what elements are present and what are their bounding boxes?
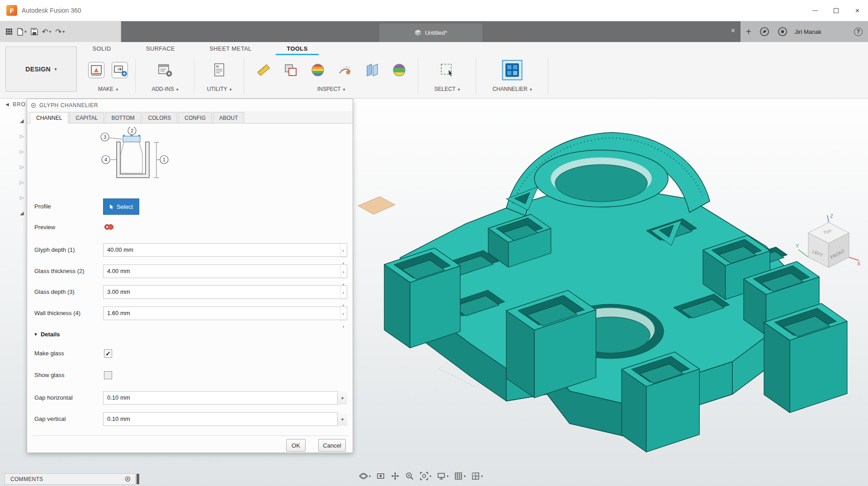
undo-icon: ↶ — [42, 28, 48, 36]
zebra-analysis-icon[interactable] — [310, 62, 326, 78]
3d-print-icon[interactable] — [88, 61, 105, 79]
tab-solid[interactable]: SOLID — [81, 42, 122, 55]
group-label-make[interactable]: MAKE ▾ — [80, 86, 136, 92]
utility-form-icon[interactable] — [211, 62, 227, 78]
dialog-tab-channel[interactable]: CHANNEL — [30, 112, 68, 123]
comments-resize-handle[interactable] — [137, 474, 139, 484]
app-grid-button[interactable] — [5, 28, 13, 35]
measure-icon[interactable] — [256, 62, 271, 78]
curvature-comb-icon[interactable] — [337, 62, 353, 78]
channelier-addin-icon[interactable] — [502, 60, 523, 80]
make-export-icon[interactable] — [111, 61, 128, 79]
group-label-channelier[interactable]: CHANNELIER ▾ — [476, 86, 548, 92]
group-label-select[interactable]: SELECT ▾ — [418, 86, 476, 92]
redo-button[interactable]: ↷▾ — [55, 28, 65, 36]
dialog-footer-divider — [32, 435, 348, 436]
view-cube[interactable]: TOP LEFT FRONT Y X Z — [795, 212, 863, 280]
comments-label: COMMENTS — [10, 476, 43, 482]
extensions-icon[interactable] — [760, 27, 769, 37]
3d-channel-letters-model[interactable] — [357, 115, 848, 477]
ribbon-group-make: MAKE ▾ — [80, 56, 136, 97]
draft-analysis-icon[interactable] — [392, 62, 407, 78]
dialog-tab-about[interactable]: ABOUT — [213, 112, 244, 123]
browser-node-icon[interactable]: ▷ — [20, 180, 24, 185]
workspace-selector[interactable]: DESIGN ▾ — [5, 47, 77, 92]
section-analysis-icon[interactable] — [364, 62, 380, 78]
tab-sheet-metal[interactable]: SHEET METAL — [199, 42, 262, 55]
gap-horizontal-combo[interactable]: 0.10 mm ▾ — [103, 391, 347, 405]
dialog-tab-capital[interactable]: CAPITAL — [69, 112, 104, 123]
addins-caret-icon: ▾ — [176, 87, 179, 92]
comments-pin-icon[interactable] — [125, 476, 131, 482]
glass-thickness-input[interactable]: 4.00 mm ▴▾ — [103, 264, 347, 278]
tab-tools[interactable]: TOOLS — [276, 42, 319, 55]
ribbon: DESIGN ▾ SOLID SURFACE SHEET METAL TOOLS — [0, 42, 868, 99]
browser-panel-header[interactable]: ◄ BRO — [5, 101, 26, 108]
glass-depth-spinner[interactable]: ▴▾ — [340, 286, 346, 298]
dialog-tab-bottom[interactable]: BOTTOM — [105, 112, 141, 123]
group-label-utility[interactable]: UTILITY ▾ — [194, 86, 244, 92]
interference-icon[interactable] — [283, 62, 298, 78]
glyph-depth-row: Glyph depth (1) 40.00 mm ▴▾ — [27, 243, 353, 257]
new-document-tab-button[interactable]: + — [746, 27, 751, 37]
viewports-button[interactable]: ▾ — [468, 470, 486, 482]
user-name[interactable]: Jiri Manak — [795, 28, 821, 35]
show-glass-checkbox[interactable]: ✓ — [104, 371, 112, 379]
notifications-icon[interactable] — [778, 27, 788, 37]
minimize-button[interactable] — [804, 0, 826, 21]
dialog-header[interactable]: GLYPH CHANNELIER — [27, 99, 353, 111]
dialog-body: 2 3 4 1 Profile Select — [27, 123, 353, 453]
y-axis-label: Y — [796, 243, 799, 249]
browser-node-icon[interactable]: ▷ — [20, 149, 24, 154]
group-label-addins[interactable]: ADD-INS ▾ — [136, 86, 194, 92]
save-button[interactable] — [31, 28, 38, 35]
look-at-button[interactable] — [373, 470, 388, 482]
comments-panel[interactable]: COMMENTS — [5, 473, 136, 485]
grid-settings-button[interactable]: ▾ — [451, 470, 468, 482]
wall-thickness-spinner[interactable]: ▴▾ — [340, 307, 346, 319]
tab-surface[interactable]: SURFACE — [136, 42, 185, 55]
pan-button[interactable] — [388, 470, 402, 482]
x-axis — [849, 257, 859, 260]
gap-vertical-dropdown-icon[interactable]: ▾ — [337, 412, 347, 426]
browser-node-icon[interactable]: ▷ — [20, 195, 24, 200]
browser-node-expanded-icon[interactable]: ◢ — [20, 118, 24, 123]
preview-error-icon[interactable] — [104, 224, 114, 230]
details-section-toggle[interactable]: ▼ Details — [33, 328, 60, 340]
close-button[interactable]: × — [847, 0, 868, 21]
browser-node-icon[interactable]: ▷ — [20, 134, 24, 139]
gap-horizontal-row: Gap horizontal 0.10 mm ▾ — [27, 391, 353, 405]
glyph-depth-spinner[interactable]: ▴▾ — [340, 244, 346, 256]
fit-button[interactable]: ▾ — [417, 470, 434, 482]
profile-label: Profile — [34, 198, 51, 215]
new-file-button[interactable]: ▾ — [17, 28, 27, 36]
profile-select-button[interactable]: Select — [103, 198, 139, 215]
group-label-inspect[interactable]: INSPECT ▾ — [244, 86, 418, 92]
ok-button[interactable]: OK — [286, 439, 306, 452]
browser-node-icon[interactable]: ▷ — [20, 165, 24, 170]
undo-button[interactable]: ↶▾ — [42, 28, 52, 36]
quick-access-toolbar: ▾ ↶▾ ↷▾ — [0, 21, 121, 42]
make-glass-checkbox[interactable]: ✓ — [104, 349, 112, 358]
dialog-tab-config[interactable]: CONFIG — [178, 112, 212, 123]
help-button[interactable]: ? — [854, 28, 863, 36]
glyph-depth-label: Glyph depth (1) — [34, 243, 75, 257]
document-tab-untitled[interactable]: Untitled* — [379, 24, 482, 42]
cancel-button[interactable]: Cancel — [318, 439, 346, 452]
glass-thickness-spinner[interactable]: ▴▾ — [340, 265, 346, 277]
orbit-button[interactable]: ▾ — [356, 470, 373, 482]
display-settings-button[interactable]: ▾ — [434, 470, 451, 482]
gap-vertical-combo[interactable]: 0.10 mm ▾ — [103, 412, 347, 426]
browser-node-expanded-icon[interactable]: ◢ — [20, 211, 24, 216]
select-tool-icon[interactable] — [439, 61, 456, 79]
wall-thickness-input[interactable]: 1.60 mm ▴▾ — [103, 307, 347, 320]
document-tab-strip: Untitled* × — [121, 21, 741, 42]
glass-depth-input[interactable]: 3.00 mm ▴▾ — [103, 285, 347, 299]
maximize-button[interactable] — [826, 0, 847, 21]
document-tab-close-button[interactable]: × — [731, 27, 735, 34]
glyph-depth-input[interactable]: 40.00 mm ▴▾ — [103, 243, 347, 257]
zoom-button[interactable] — [402, 470, 417, 482]
gap-horizontal-dropdown-icon[interactable]: ▾ — [337, 391, 347, 405]
scripts-addins-icon[interactable] — [157, 62, 173, 78]
dialog-tab-colors[interactable]: COLORS — [142, 112, 178, 123]
